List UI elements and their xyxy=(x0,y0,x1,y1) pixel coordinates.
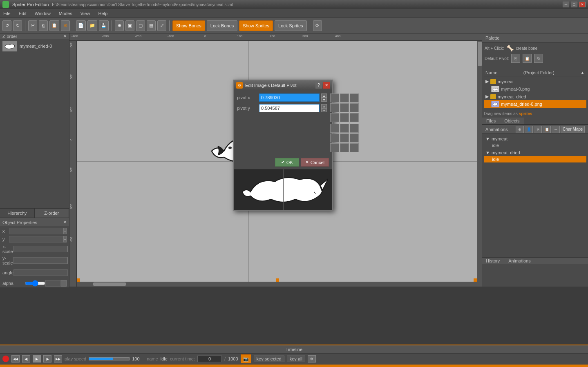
pivot-x-up-btn[interactable]: ▲ xyxy=(321,93,327,98)
animations-tab[interactable]: Animations xyxy=(504,258,535,264)
maximize-button[interactable]: □ xyxy=(571,2,577,7)
paste-button[interactable]: 📋 xyxy=(49,20,59,31)
history-tab[interactable]: History xyxy=(482,258,504,264)
undo-button[interactable]: ↺ xyxy=(2,20,11,31)
camera-button[interactable]: 📷 xyxy=(241,354,251,363)
canvas-scrollbar-bottom[interactable] xyxy=(77,282,477,287)
play-button[interactable]: ▶ xyxy=(33,355,41,363)
pivot-cell2-ml[interactable] xyxy=(330,133,339,142)
menu-file[interactable]: File xyxy=(2,10,12,17)
copy-button[interactable]: ⎘ xyxy=(39,20,48,31)
pivot-cell2-tc[interactable] xyxy=(340,124,349,133)
menu-modes[interactable]: Modes xyxy=(57,10,74,17)
menu-edit[interactable]: Edit xyxy=(17,10,28,17)
folder-mymeat[interactable]: ▶ mymeat xyxy=(484,78,586,85)
redo-button[interactable]: ↻ xyxy=(13,20,22,31)
pivot-y-up-btn[interactable]: ▲ xyxy=(321,104,327,108)
prop-alpha-slider-handle[interactable] xyxy=(61,280,67,287)
prop-y-slider-handle[interactable]: ─ xyxy=(63,236,67,242)
prop-x-input[interactable] xyxy=(9,228,63,234)
prop-yscale-input[interactable] xyxy=(13,257,67,264)
pivot-cell2-mr[interactable] xyxy=(350,133,359,142)
pivot-y-input[interactable] xyxy=(259,104,320,112)
prop-alpha-slider[interactable] xyxy=(25,280,45,287)
fit-button[interactable]: ⤢ xyxy=(157,20,166,31)
next-frame-button[interactable]: ▶▶ xyxy=(54,355,62,363)
lock-bones-button[interactable]: Lock Bones xyxy=(207,20,237,31)
delete-button[interactable]: ⊘ xyxy=(61,20,70,31)
prop-yscale-slider-handle[interactable] xyxy=(67,257,68,264)
anim-item-mymeat-idle[interactable]: idle xyxy=(484,142,586,149)
pivot-cell-tc[interactable] xyxy=(340,93,349,102)
cut-button[interactable]: ✂ xyxy=(28,20,37,31)
pivot-btn-2[interactable]: 📋 xyxy=(523,54,532,63)
zorder-close-icon[interactable]: ✕ xyxy=(63,33,67,39)
key-all-button[interactable]: key all xyxy=(287,356,305,362)
show-bones-button[interactable]: Show Bones xyxy=(172,20,205,31)
objects-tab[interactable]: Objects xyxy=(500,118,524,124)
pivot-cell-tr[interactable] xyxy=(350,93,359,102)
frame-button[interactable]: ▣ xyxy=(125,20,134,31)
menu-window[interactable]: Window xyxy=(33,10,52,17)
prop-alpha-input[interactable] xyxy=(45,280,61,287)
pivot-cell2-tr[interactable] xyxy=(350,124,359,133)
zorder-item[interactable]: mymeat_dried-0 xyxy=(0,39,69,53)
canvas-scrollbar-right[interactable] xyxy=(477,41,482,287)
pivot-cell-br[interactable] xyxy=(350,113,359,122)
first-frame-button[interactable]: ◀| xyxy=(22,355,30,363)
files-tab[interactable]: Files xyxy=(482,118,500,124)
tree-collapse-icon[interactable]: ▲ xyxy=(580,70,585,75)
pivot-btn-1[interactable]: ⎘ xyxy=(511,54,520,63)
anim-paste-btn[interactable]: 📋 xyxy=(543,126,551,133)
char-maps-btn[interactable]: Char Maps xyxy=(561,126,585,133)
new-button[interactable]: 📄 xyxy=(76,20,86,31)
dialog-help-button[interactable]: ? xyxy=(315,82,322,89)
save-button[interactable]: 💾 xyxy=(99,20,109,31)
open-button[interactable]: 📁 xyxy=(87,20,97,31)
pivot-cell2-bc[interactable] xyxy=(340,143,349,152)
lock-sprites-button[interactable]: Lock Sprites xyxy=(275,20,307,31)
prop-y-input[interactable] xyxy=(9,236,63,242)
timeline-stop-btn[interactable] xyxy=(2,356,9,362)
file-mymeat-0[interactable]: mymeat-0.png xyxy=(484,85,586,93)
pivot-refresh-btn[interactable]: ↻ xyxy=(534,54,543,63)
menu-help[interactable]: Help xyxy=(97,10,110,17)
menu-view[interactable]: View xyxy=(79,10,92,17)
dialog-close-button[interactable]: ✕ xyxy=(323,82,330,89)
obj-props-close-icon[interactable]: ✕ xyxy=(63,220,67,225)
pivot-cell-mc[interactable] xyxy=(340,103,349,112)
prop-x-slider-handle[interactable]: ─ xyxy=(63,228,67,234)
folder-mymeat-dried[interactable]: ▶ mymeat_dried xyxy=(484,93,586,100)
pivot-cell-bc[interactable] xyxy=(340,113,349,122)
pivot-y-down-btn[interactable]: ▼ xyxy=(321,108,327,112)
timeline-extra-btn[interactable]: ⚙ xyxy=(308,355,316,363)
prev-frame-button[interactable]: ◀◀ xyxy=(11,355,20,363)
pivot-cell-mr[interactable] xyxy=(350,103,359,112)
pivot-cell-bl[interactable] xyxy=(330,113,339,122)
pivot-x-input[interactable] xyxy=(259,93,320,102)
pivot-x-down-btn[interactable]: ▼ xyxy=(321,98,327,102)
extra-button[interactable]: ⟳ xyxy=(313,20,322,31)
prop-xscale-slider-handle[interactable] xyxy=(67,246,68,252)
anim-delete-btn[interactable]: ─ xyxy=(552,126,560,133)
dialog-ok-button[interactable]: ✔ OK xyxy=(275,158,299,167)
grid-button[interactable]: ▤ xyxy=(147,20,156,31)
prop-angle-input[interactable] xyxy=(13,269,68,276)
last-frame-button[interactable]: |▶ xyxy=(43,355,51,363)
anim-group-mymeat-dried-label[interactable]: ▼ mymeat_dried xyxy=(484,149,586,156)
anim-item-mymeat-dried-idle[interactable]: idle xyxy=(484,156,586,162)
pivot-cell-tl[interactable] xyxy=(330,93,339,102)
zorder-tab[interactable]: Z-order xyxy=(35,209,69,218)
pivot-cell2-tl[interactable] xyxy=(330,124,339,133)
show-sprites-button[interactable]: Show Sprites xyxy=(239,20,273,31)
file-mymeat-dried-0[interactable]: mymeat_dried-0.png xyxy=(484,100,586,108)
minimize-button[interactable]: ─ xyxy=(563,2,569,7)
pivot-cell2-bl[interactable] xyxy=(330,143,339,152)
anim-add-btn[interactable]: ⊕ xyxy=(516,126,524,133)
anim-person-btn[interactable]: 👤 xyxy=(525,126,533,133)
close-button[interactable]: ✕ xyxy=(579,2,586,7)
add-point-button[interactable]: ⊕ xyxy=(115,20,124,31)
anim-copy-btn[interactable]: ⎘ xyxy=(534,126,542,133)
speed-bar[interactable] xyxy=(89,357,130,360)
pivot-cell2-mc[interactable] xyxy=(340,133,349,142)
